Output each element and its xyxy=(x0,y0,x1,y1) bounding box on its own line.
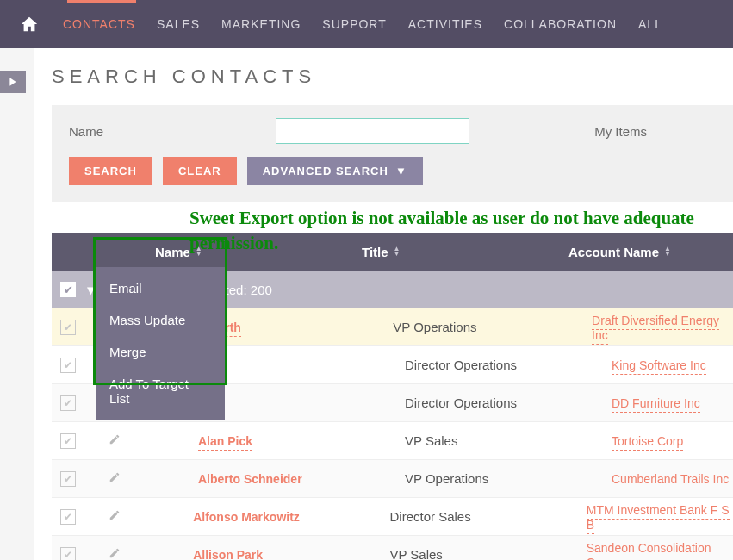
advanced-search-label: ADVANCED SEARCH xyxy=(263,165,388,177)
sort-icon: ▲▼ xyxy=(664,246,671,257)
main-nav: CONTACTS SALES MARKETING SUPPORT ACTIVIT… xyxy=(63,17,662,31)
nav-activities[interactable]: ACTIVITIES xyxy=(408,17,482,31)
name-filter-input[interactable] xyxy=(276,118,469,144)
advanced-search-button[interactable]: ADVANCED SEARCH ▼ xyxy=(247,157,423,185)
row-checkbox[interactable]: ✔ xyxy=(60,433,76,449)
contact-title: Director Sales xyxy=(389,509,586,524)
selected-count: 200 xyxy=(251,283,272,297)
home-icon[interactable] xyxy=(17,12,41,36)
contact-name-link[interactable]: Alberto Schneider xyxy=(198,472,302,488)
column-title[interactable]: Title ▲▼ xyxy=(362,245,568,259)
contact-title: Director Operations xyxy=(405,395,612,410)
sidebar-toggle[interactable] xyxy=(0,71,26,93)
account-link[interactable]: Sandeon Consolidation Corp xyxy=(587,541,711,561)
account-link[interactable]: Cumberland Trails Inc xyxy=(612,472,729,488)
pencil-icon[interactable] xyxy=(102,471,127,486)
table-row: ✔Alan PickVP SalesTortoise Corp xyxy=(52,422,733,460)
dropdown-merge[interactable]: Merge xyxy=(96,336,225,368)
account-link[interactable]: DD Furniture Inc xyxy=(612,396,700,413)
contact-name-link[interactable]: Alan Pick xyxy=(198,434,252,451)
contact-title: VP Operations xyxy=(393,320,592,334)
contact-name-link[interactable]: Alfonso Markowitz xyxy=(193,510,300,526)
row-checkbox[interactable]: ✔ xyxy=(60,471,76,487)
table-row: ✔Alfonso MarkowitzDirector SalesMTM Inve… xyxy=(52,498,733,536)
dropdown-email[interactable]: Email xyxy=(96,272,225,304)
contact-title: VP Sales xyxy=(405,433,612,448)
dropdown-add-to-target-list[interactable]: Add To Target List xyxy=(96,368,225,414)
nav-collaboration[interactable]: COLLABORATION xyxy=(504,17,617,31)
search-filter-panel: Name My Items SEARCH CLEAR ADVANCED SEAR… xyxy=(52,105,733,202)
contact-title: VP Operations xyxy=(405,471,612,486)
row-checkbox[interactable]: ✔ xyxy=(60,320,76,335)
nav-all[interactable]: ALL xyxy=(638,17,662,31)
column-account[interactable]: Account Name ▲▼ xyxy=(568,245,671,259)
sort-icon: ▲▼ xyxy=(196,246,202,257)
row-checkbox[interactable]: ✔ xyxy=(60,547,76,561)
table-header: Name ▲▼ Title ▲▼ Account Name ▲▼ xyxy=(52,233,733,271)
nav-sales[interactable]: SALES xyxy=(157,17,200,31)
column-name[interactable]: Name ▲▼ xyxy=(155,245,362,259)
my-items-label: My Items xyxy=(594,124,647,139)
select-all-checkbox[interactable]: ✔ xyxy=(60,282,76,297)
contact-title: VP Sales xyxy=(389,547,586,560)
contact-name-link[interactable]: Allison Park xyxy=(193,548,263,560)
contact-title: Director Operations xyxy=(405,358,612,372)
active-tab-indicator xyxy=(67,0,136,3)
nav-contacts[interactable]: CONTACTS xyxy=(63,17,135,31)
pencil-icon[interactable] xyxy=(102,547,127,560)
pencil-icon[interactable] xyxy=(102,433,127,448)
name-filter-label: Name xyxy=(69,124,103,139)
row-checkbox[interactable]: ✔ xyxy=(60,358,76,373)
nav-marketing[interactable]: MARKETING xyxy=(221,17,301,31)
top-nav-bar: CONTACTS SALES MARKETING SUPPORT ACTIVIT… xyxy=(0,0,733,48)
account-link[interactable]: King Software Inc xyxy=(612,358,706,375)
row-checkbox[interactable]: ✔ xyxy=(60,509,76,525)
chevron-down-icon: ▼ xyxy=(395,165,407,177)
bulk-action-dropdown: Email Mass Update Merge Add To Target Li… xyxy=(96,267,225,420)
account-link[interactable]: MTM Investment Bank F S B xyxy=(587,503,730,534)
pencil-icon[interactable] xyxy=(102,509,127,524)
search-button[interactable]: SEARCH xyxy=(69,157,152,185)
account-link[interactable]: Tortoise Corp xyxy=(612,434,683,451)
table-row: ✔Allison ParkVP SalesSandeon Consolidati… xyxy=(52,536,733,560)
table-row: ✔Alberto SchneiderVP OperationsCumberlan… xyxy=(52,460,733,498)
nav-support[interactable]: SUPPORT xyxy=(322,17,386,31)
dropdown-mass-update[interactable]: Mass Update xyxy=(96,304,225,336)
page-title: SEARCH CONTACTS xyxy=(52,65,733,88)
sort-icon: ▲▼ xyxy=(394,246,401,257)
clear-button[interactable]: CLEAR xyxy=(163,157,237,185)
row-checkbox[interactable]: ✔ xyxy=(60,395,76,411)
account-link[interactable]: Draft Diversified Energy Inc xyxy=(592,314,719,345)
